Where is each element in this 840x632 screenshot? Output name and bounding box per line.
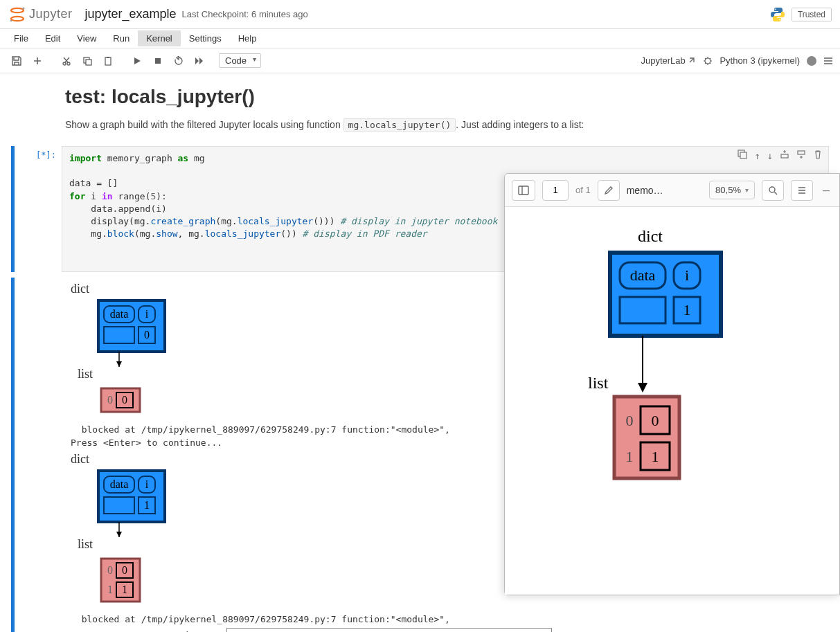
svg-rect-9 — [86, 60, 91, 65]
svg-text:1: 1 — [122, 584, 127, 595]
stop-button[interactable] — [148, 52, 168, 70]
restart-button[interactable] — [169, 52, 188, 70]
svg-text:1: 1 — [683, 301, 690, 318]
svg-point-51 — [769, 187, 775, 192]
app-name: Jupyter — [29, 7, 73, 21]
toolbar: Code JupyterLab Python 3 (ipykernel) — [0, 48, 840, 73]
kernel-name[interactable]: Python 3 (ipykernel) — [720, 55, 800, 66]
jupyterlab-link[interactable]: JupyterLab — [641, 55, 696, 66]
svg-marker-41 — [116, 532, 122, 537]
svg-rect-15 — [740, 152, 747, 159]
svg-text:data: data — [110, 308, 129, 320]
debugger-icon[interactable] — [703, 56, 713, 66]
svg-marker-63 — [638, 383, 647, 392]
jupyter-icon — [8, 6, 26, 24]
save-button[interactable] — [7, 52, 26, 70]
memory-graph-1-dict: data i 0 — [71, 299, 181, 368]
svg-text:0: 0 — [651, 412, 659, 429]
svg-point-3 — [10, 19, 12, 21]
menu-help[interactable]: Help — [230, 30, 265, 46]
svg-point-6 — [63, 62, 66, 65]
insert-above-icon[interactable] — [780, 150, 789, 163]
sidebar-toggle-button[interactable] — [512, 180, 535, 201]
svg-text:i: i — [145, 308, 149, 320]
svg-text:1: 1 — [144, 499, 150, 511]
svg-text:0: 0 — [122, 394, 127, 406]
svg-point-4 — [774, 8, 776, 10]
svg-point-5 — [779, 19, 780, 20]
svg-text:0: 0 — [107, 394, 113, 406]
svg-text:list: list — [588, 374, 609, 392]
pdf-minimize-icon[interactable]: – — [820, 183, 832, 197]
output-selected-bar — [11, 278, 15, 632]
add-cell-button[interactable] — [28, 52, 47, 70]
description-paragraph: Show a graph build with the filtered Jup… — [65, 118, 829, 132]
pdf-page-input[interactable] — [542, 180, 569, 201]
svg-rect-59 — [620, 297, 665, 323]
move-up-icon[interactable]: ↑ — [754, 150, 760, 163]
cell-type-select[interactable]: Code — [219, 53, 261, 68]
svg-rect-23 — [104, 327, 134, 343]
menu-run[interactable]: Run — [105, 30, 138, 46]
svg-text:1: 1 — [625, 448, 633, 465]
pdf-zoom-select[interactable]: 80,5%▾ — [709, 181, 755, 199]
svg-text:i: i — [145, 478, 149, 490]
memory-graph-1-list: 0 0 — [71, 384, 181, 419]
jupyter-logo: Jupyter — [8, 6, 73, 24]
python-icon — [769, 6, 786, 23]
cut-button[interactable] — [57, 52, 76, 70]
cell-selected-bar — [11, 146, 15, 272]
menu-settings[interactable]: Settings — [181, 30, 230, 46]
svg-text:0: 0 — [144, 329, 150, 341]
restart-run-all-button[interactable] — [190, 52, 209, 70]
pdf-search-button[interactable] — [762, 180, 784, 201]
inline-code: mg.locals_jupyter() — [343, 118, 456, 132]
svg-rect-11 — [107, 57, 109, 58]
run-button[interactable] — [127, 52, 147, 70]
pdf-page-total: of 1 — [575, 185, 591, 195]
svg-text:1: 1 — [651, 448, 659, 465]
svg-rect-17 — [798, 151, 805, 154]
header: Jupyter jupyter_example Last Checkpoint:… — [0, 0, 840, 29]
blocked-message-2: blocked at /tmp/ipykernel_889097/6297582… — [71, 614, 829, 624]
svg-text:0: 0 — [122, 564, 127, 576]
pdf-menu-button[interactable] — [791, 180, 813, 201]
svg-point-7 — [67, 62, 70, 65]
kernel-indicator[interactable] — [807, 56, 816, 66]
hamburger-icon[interactable] — [823, 56, 833, 66]
external-link-icon — [688, 56, 696, 64]
trusted-badge[interactable]: Trusted — [792, 8, 832, 21]
paste-button[interactable] — [98, 52, 118, 70]
svg-line-52 — [774, 192, 777, 195]
menubar: FileEditViewRunKernelSettingsHelp — [0, 29, 840, 48]
continue-input[interactable] — [226, 628, 552, 632]
move-down-icon[interactable]: ↓ — [767, 150, 773, 163]
svg-point-0 — [11, 8, 24, 12]
svg-rect-12 — [155, 58, 161, 64]
checkpoint-text: Last Checkpoint: 6 minutes ago — [182, 9, 308, 19]
menu-kernel[interactable]: Kernel — [138, 30, 181, 46]
menu-file[interactable]: File — [6, 30, 37, 46]
pdf-graph: dict data i 1 list 0 0 1 1 — [555, 228, 790, 546]
menu-edit[interactable]: Edit — [37, 30, 69, 46]
pdf-edit-button[interactable] — [598, 180, 620, 201]
duplicate-icon[interactable] — [738, 150, 747, 163]
pdf-title: memo… — [627, 185, 667, 196]
svg-text:data: data — [629, 267, 655, 284]
memory-graph-2-list: 0 0 1 1 — [71, 554, 181, 608]
svg-text:0: 0 — [107, 564, 113, 576]
svg-point-1 — [11, 16, 24, 20]
delete-icon[interactable] — [813, 150, 823, 163]
notebook-name[interactable]: jupyter_example — [85, 7, 177, 21]
copy-button[interactable] — [78, 52, 97, 70]
svg-text:data: data — [110, 478, 129, 490]
svg-rect-49 — [519, 186, 528, 195]
cell-toolbar: ↑ ↓ — [738, 150, 823, 163]
svg-rect-10 — [105, 57, 111, 65]
page-title: test: locals_jupyter() — [65, 86, 829, 108]
pdf-viewer[interactable]: of 1 memo… 80,5%▾ – dict data i 1 list 0… — [504, 173, 840, 595]
pdf-canvas[interactable]: dict data i 1 list 0 0 1 1 — [505, 207, 839, 595]
insert-below-icon[interactable] — [796, 150, 806, 163]
menu-view[interactable]: View — [69, 30, 105, 46]
svg-text:0: 0 — [625, 412, 633, 429]
